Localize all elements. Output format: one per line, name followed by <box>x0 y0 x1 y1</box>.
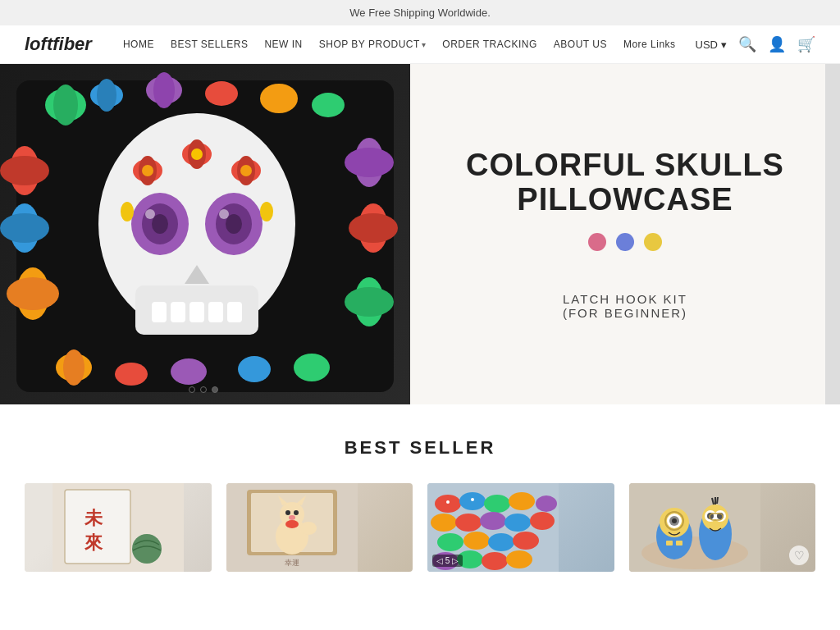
svg-point-13 <box>0 213 49 243</box>
announcement-text: We Free Shipping Worldwide. <box>349 7 491 19</box>
svg-point-46 <box>142 165 153 176</box>
svg-point-19 <box>349 213 398 243</box>
svg-point-6 <box>153 72 175 108</box>
carousel-dot-2[interactable] <box>200 386 207 393</box>
hero-color-options <box>588 233 662 251</box>
svg-point-4 <box>97 79 116 112</box>
svg-rect-40 <box>171 302 185 322</box>
svg-point-36 <box>226 214 242 234</box>
product-image-2: 幸運 <box>226 483 413 572</box>
search-icon[interactable]: 🔍 <box>738 35 756 53</box>
svg-text:來: 來 <box>84 532 103 553</box>
product-card-1[interactable]: 未 來 <box>25 483 212 572</box>
product-image-4 <box>629 483 816 572</box>
svg-point-25 <box>171 358 207 385</box>
svg-point-84 <box>530 512 555 530</box>
svg-point-81 <box>455 514 482 532</box>
svg-rect-104 <box>676 541 682 546</box>
product-1-svg: 未 來 <box>52 483 184 572</box>
currency-selector[interactable]: USD ▾ <box>696 39 727 51</box>
svg-point-83 <box>504 514 531 532</box>
svg-rect-42 <box>208 302 223 322</box>
site-logo[interactable]: loftfiber <box>25 34 92 55</box>
svg-point-91 <box>482 552 508 570</box>
svg-point-23 <box>63 349 84 386</box>
product-card-3[interactable]: ◁ 5 ▷ <box>427 483 614 572</box>
nav-shop-by-product[interactable]: SHOP BY PRODUCT ▾ <box>313 34 433 55</box>
color-option-blue[interactable] <box>616 233 634 251</box>
cart-icon[interactable]: 🛒 <box>797 35 815 53</box>
nav-more-links[interactable]: More Links <box>617 34 682 55</box>
svg-point-86 <box>463 532 490 550</box>
svg-point-53 <box>121 202 134 221</box>
hero-banner: COLORFUL SKULLS PILLOWCASE LATCH HOOK KI… <box>0 64 840 404</box>
svg-rect-43 <box>227 302 242 322</box>
nav-home[interactable]: HOME <box>116 34 161 55</box>
main-nav: HOME BEST SELLERS NEW IN SHOP BY PRODUCT… <box>116 34 696 55</box>
svg-point-68 <box>285 510 290 515</box>
svg-point-85 <box>437 533 463 551</box>
svg-point-9 <box>312 93 345 117</box>
hero-image <box>0 64 410 404</box>
hero-text: COLORFUL SKULLS PILLOWCASE LATCH HOOK KI… <box>410 64 840 404</box>
svg-point-71 <box>285 520 299 528</box>
svg-point-94 <box>471 498 474 501</box>
announcement-bar: We Free Shipping Worldwide. <box>0 0 840 25</box>
svg-rect-103 <box>666 541 673 546</box>
hero-title-line2: PILLOWCASE <box>466 183 784 217</box>
hero-product-svg <box>0 64 410 404</box>
svg-point-8 <box>260 84 298 113</box>
svg-point-49 <box>191 148 203 160</box>
nav-new-in[interactable]: NEW IN <box>258 34 308 55</box>
account-icon[interactable]: 👤 <box>768 35 786 53</box>
svg-point-93 <box>446 500 450 504</box>
product-grid: 未 來 <box>25 483 815 572</box>
product-2-svg: 幸運 <box>226 483 358 572</box>
svg-point-69 <box>294 510 299 515</box>
svg-point-32 <box>152 214 168 234</box>
svg-point-7 <box>205 81 238 106</box>
svg-point-78 <box>509 492 535 510</box>
carousel-dots <box>189 386 218 393</box>
svg-text:幸運: 幸運 <box>285 559 299 567</box>
site-header: loftfiber HOME BEST SELLERS NEW IN SHOP … <box>0 25 840 64</box>
best-seller-title: BEST SELLER <box>25 437 815 459</box>
svg-point-80 <box>431 514 457 532</box>
product-card-4[interactable]: ♡ <box>629 483 816 572</box>
svg-point-54 <box>260 202 273 221</box>
nav-about-us[interactable]: ABOUT US <box>547 34 614 55</box>
svg-rect-41 <box>189 302 204 322</box>
svg-point-92 <box>506 550 532 568</box>
svg-point-27 <box>294 354 330 381</box>
svg-point-87 <box>488 533 514 551</box>
hero-subtitle-line2: (FOR BEGINNER) <box>563 306 687 320</box>
wishlist-icon-4[interactable]: ♡ <box>789 546 809 565</box>
carousel-dot-1[interactable] <box>189 386 195 393</box>
product-card-2[interactable]: 幸運 <box>226 483 413 572</box>
svg-point-26 <box>238 356 271 382</box>
svg-point-88 <box>513 532 539 550</box>
svg-point-72 <box>300 522 317 535</box>
chevron-down-icon: ▾ <box>422 40 427 49</box>
svg-point-82 <box>480 512 506 530</box>
color-option-pink[interactable] <box>588 233 606 251</box>
hero-title: COLORFUL SKULLS PILLOWCASE <box>466 148 784 217</box>
svg-point-17 <box>345 148 394 177</box>
svg-rect-39 <box>152 302 167 322</box>
svg-point-37 <box>219 209 229 219</box>
hero-title-line1: COLORFUL SKULLS <box>466 148 784 183</box>
side-thumbnails <box>825 64 840 404</box>
color-option-yellow[interactable] <box>644 233 662 251</box>
svg-point-24 <box>115 363 148 386</box>
product-image-1: 未 來 <box>25 483 212 572</box>
hero-subtitle-line1: LATCH HOOK KIT <box>563 292 687 306</box>
svg-point-77 <box>484 495 510 513</box>
svg-line-113 <box>717 497 718 504</box>
nav-order-tracking[interactable]: ORDER TRACKING <box>436 34 543 55</box>
currency-arrow: ▾ <box>721 39 727 51</box>
product-badge-3: ◁ 5 ▷ <box>432 555 463 567</box>
carousel-dot-3[interactable] <box>212 386 218 393</box>
product-4-svg <box>629 483 760 572</box>
svg-point-70 <box>289 515 295 520</box>
nav-best-sellers[interactable]: BEST SELLERS <box>164 34 255 55</box>
